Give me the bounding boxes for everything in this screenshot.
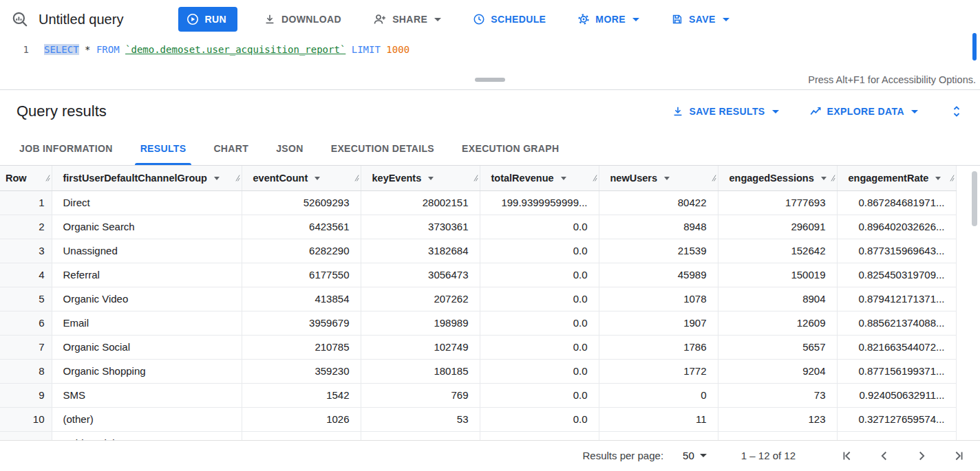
sql-token-keyword: FROM [96,44,120,55]
column-header-keyEvents[interactable]: keyEvents [361,166,480,190]
cell: SMS [52,383,242,407]
cell: 11 [599,407,718,431]
cell: 52609293 [242,190,361,215]
results-per-page-label: Results per page: [583,450,664,461]
column-menu-caret-icon[interactable] [935,177,941,180]
table-row: 3Unassigned628229031826840.0215391526420… [0,239,956,263]
download-icon [672,105,684,118]
cell: 1786 [599,335,718,359]
row-number-cell: 9 [0,383,52,407]
column-header-newUsers[interactable]: newUsers [599,166,718,190]
table-scrollbar[interactable] [972,171,977,226]
tab-chart[interactable]: CHART [200,133,262,165]
cell: 73 [718,383,837,407]
column-header-Row[interactable]: Row [0,166,52,190]
cell: 3959679 [242,311,361,335]
column-header-totalRevenue[interactable]: totalRevenue [480,166,599,190]
last-page-button[interactable] [950,447,968,465]
sql-token-number: 1000 [386,44,409,55]
cell: 3182684 [361,239,480,263]
column-resize-icon[interactable] [831,174,835,182]
cell: 0.0 [480,431,599,440]
column-resize-icon[interactable] [712,174,716,182]
column-header-engagedSessions[interactable]: engagedSessions [718,166,837,190]
cell: 6423561 [242,215,361,239]
next-page-button[interactable] [913,447,930,465]
table-row: 11Paid Social9371940.0091.0 [0,431,956,440]
download-button[interactable]: DOWNLOAD [258,7,347,32]
cell: 0.885621374088... [837,311,956,335]
cell: 9 [718,431,837,440]
chevron-down-icon [434,18,441,21]
pane-resize-handle[interactable] [475,78,505,82]
sql-editor[interactable]: 1 SELECT * FROM `demo.demoset.user_acqui… [0,39,980,72]
share-button[interactable]: SHARE [368,7,447,32]
table-row: 2Organic Search642356137303610.089482960… [0,215,956,239]
table-row: 6Email39596791989890.01907126090.8856213… [0,311,956,335]
column-header-label: engagedSessions [729,173,814,184]
column-resize-icon[interactable] [473,174,478,182]
download-button-label: DOWNLOAD [281,14,341,25]
column-resize-icon[interactable] [354,174,359,182]
tab-execution-details[interactable]: EXECUTION DETAILS [317,133,448,165]
save-results-button[interactable]: SAVE RESULTS [672,105,779,118]
column-menu-caret-icon[interactable] [315,177,320,180]
results-actions: SAVE RESULTS EXPLORE DATA [672,103,965,120]
tab-results[interactable]: RESULTS [127,133,200,165]
editor-scrollbar[interactable] [972,33,977,61]
schedule-button[interactable]: SCHEDULE [467,7,551,32]
cell: 0.0 [480,263,599,287]
sql-token-plain [120,44,125,55]
table-row: 1Direct5260929328002151199.9399959999...… [0,190,956,215]
more-button[interactable]: MORE [572,7,645,32]
column-menu-caret-icon[interactable] [664,177,670,180]
expand-results-button[interactable] [948,103,965,120]
row-number-cell: 10 [0,407,52,431]
tab-json[interactable]: JSON [262,133,317,165]
column-menu-caret-icon[interactable] [561,177,566,180]
first-page-button[interactable] [838,447,856,465]
page-size-select[interactable]: 50 [679,449,711,462]
tab-job-information[interactable]: JOB INFORMATION [6,133,127,165]
column-menu-caret-icon[interactable] [214,177,220,180]
sql-token-ref: `demo.demoset.user_acquisition_report` [125,44,345,55]
query-title: Untitled query [39,12,123,28]
sql-code-line[interactable]: SELECT * FROM `demo.demoset.user_acquisi… [44,39,409,72]
column-header-label: firstUserDefaultChannelGroup [63,173,207,184]
cell: Organic Social [52,335,242,359]
cell: 6282290 [242,239,361,263]
column-header-eventCount[interactable]: eventCount [242,166,361,190]
cell: 1078 [599,287,718,311]
sql-token-keyword: LIMIT [352,44,381,55]
column-header-label: newUsers [610,173,658,184]
column-resize-icon[interactable] [950,174,955,182]
first-page-icon [840,448,855,463]
row-number-cell: 4 [0,263,52,287]
table-row: 8Organic Shopping3592301801850.017729204… [0,359,956,383]
cell: 210785 [242,335,361,359]
explore-data-button[interactable]: EXPLORE DATA [809,105,918,118]
column-menu-caret-icon[interactable] [428,177,434,180]
cell: 937 [242,431,361,440]
tab-execution-graph[interactable]: EXECUTION GRAPH [448,133,573,165]
previous-page-button[interactable] [875,447,893,465]
cell: 0.825450319709... [837,263,956,287]
unfold-more-icon [950,105,963,118]
page-size-value: 50 [683,450,694,461]
column-header-engagementRate[interactable]: engagementRate [837,166,956,190]
column-resize-icon[interactable] [593,174,597,182]
cell: 180185 [361,359,480,383]
column-resize-icon[interactable] [235,174,240,182]
cell: 1542 [242,383,361,407]
column-menu-caret-icon[interactable] [821,177,827,180]
run-button[interactable]: RUN [178,7,237,32]
download-icon [264,13,276,25]
cell: 296091 [718,215,837,239]
column-header-firstUserDefaultChannelGroup[interactable]: firstUserDefaultChannelGroup [52,166,242,190]
chevron-left-icon [877,448,892,463]
row-number-cell: 11 [0,431,52,440]
cell: 152642 [718,239,837,263]
save-button[interactable]: SAVE [665,7,735,32]
cell: 5657 [718,335,837,359]
column-resize-icon[interactable] [45,174,50,182]
